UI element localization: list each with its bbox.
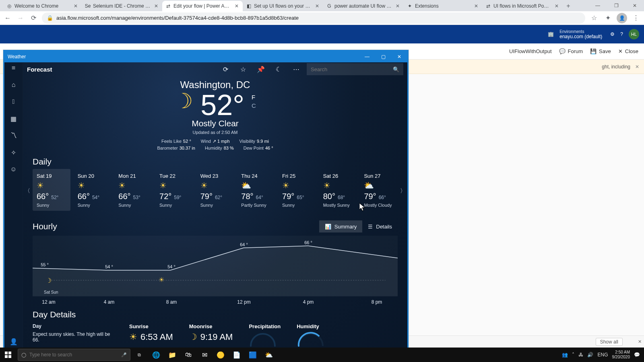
history-chart-icon[interactable]: 〽: [10, 132, 18, 140]
unit-f-button[interactable]: F: [252, 94, 256, 101]
help-icon[interactable]: ?: [620, 31, 623, 37]
browser-tab[interactable]: ⇄UI flows in Microsoft Power Auto✕: [482, 1, 563, 11]
daily-forecast-card[interactable]: Wed 23☀79°62°Sunny: [196, 169, 234, 211]
more-ellipsis-icon[interactable]: ⋯: [289, 63, 303, 76]
tab-close-icon[interactable]: ✕: [314, 3, 320, 9]
tab-title: Welcome to Chrome: [14, 3, 70, 9]
news-smiley-icon[interactable]: ☺: [10, 165, 18, 173]
chrome-menu-icon[interactable]: ⋮: [631, 13, 641, 23]
lang-indicator[interactable]: ENG: [597, 352, 608, 358]
taskbar-chrome-icon[interactable]: 🟡: [213, 348, 229, 362]
tab-close-icon[interactable]: ✕: [554, 3, 559, 9]
close-flow-button[interactable]: ✕Close: [618, 48, 638, 54]
people-icon[interactable]: 👥: [562, 352, 568, 358]
flow-name[interactable]: UIFlowWithOutput: [509, 48, 551, 54]
back-button[interactable]: ←: [3, 14, 12, 23]
tab-close-icon[interactable]: ✕: [153, 3, 159, 9]
weather-minimize-button[interactable]: —: [359, 51, 375, 62]
daily-forecast-card[interactable]: Fri 25☀79°65°Sunny: [278, 169, 316, 211]
action-center-icon[interactable]: 💬: [634, 352, 640, 358]
window-close-button[interactable]: ✕: [625, 0, 644, 11]
taskbar-explorer-icon[interactable]: 📁: [164, 348, 180, 362]
mic-icon[interactable]: 🎤: [121, 352, 127, 358]
daily-forecast-card[interactable]: Sun 27⛅79°66°Mostly Cloudy: [360, 169, 398, 211]
favorite-star-icon[interactable]: ☆: [236, 63, 250, 76]
taskbar-store-icon[interactable]: 🛍: [180, 348, 196, 362]
tray-chevron-up-icon[interactable]: ˄: [572, 352, 574, 358]
forecast-icon: ☀: [78, 181, 107, 190]
hamburger-icon[interactable]: ≡: [10, 64, 18, 72]
volume-icon[interactable]: 🔊: [587, 352, 593, 358]
user-avatar[interactable]: HL: [629, 29, 639, 39]
daily-forecast-card[interactable]: Mon 21☀66°53°Sunny: [114, 169, 152, 211]
browser-tab[interactable]: ◧Set up UI flows on your device -✕: [243, 1, 323, 11]
taskbar-weather-icon[interactable]: ⛅: [261, 348, 277, 362]
daily-prev-chevron-icon[interactable]: 〈: [25, 187, 30, 195]
daily-forecast-card[interactable]: Tue 22☀72°59°Sunny: [155, 169, 193, 211]
favicon-icon: ✦: [407, 3, 413, 9]
forward-button[interactable]: →: [16, 14, 25, 23]
hourly-chart[interactable]: 55 ° 54 ° 54 ° 64 ° 66 ° ☽ ☀ Sat Sun 12 …: [33, 236, 398, 296]
hourly-summary-button[interactable]: 📊Summary: [319, 220, 363, 232]
account-icon[interactable]: 👤: [10, 337, 18, 346]
daily-next-chevron-icon[interactable]: 〉: [400, 187, 406, 195]
window-maximize-button[interactable]: ❐: [607, 0, 625, 11]
reload-button[interactable]: ⟳: [29, 14, 38, 23]
environments-icon[interactable]: 🏢: [548, 31, 554, 37]
weather-titlebar[interactable]: Weather — ▢ ✕: [4, 51, 407, 62]
taskbar-search-input[interactable]: [29, 352, 118, 358]
home-icon[interactable]: ⌂: [10, 81, 18, 89]
browser-tab[interactable]: Gpower automate UI flow requir✕: [323, 1, 404, 11]
tab-close-icon[interactable]: ✕: [473, 3, 479, 9]
tray-clock[interactable]: 2:50 AM9/20/2020: [612, 350, 630, 360]
downloads-close-icon[interactable]: ✕: [638, 339, 642, 344]
current-metrics: Feels Like52 ° Wind↗ 1 mph Visibility9.9…: [161, 139, 269, 144]
settings-gear-icon[interactable]: ⚙: [610, 31, 615, 37]
x-axis-label: 8 am: [166, 299, 177, 305]
window-minimize-button[interactable]: —: [588, 0, 607, 11]
favorite-places-icon[interactable]: ✧: [10, 148, 18, 156]
unit-c-button[interactable]: C: [252, 102, 256, 109]
taskbar-mail-icon[interactable]: ✉: [196, 348, 213, 362]
tab-close-icon[interactable]: ✕: [395, 3, 400, 9]
taskbar-edge-icon[interactable]: 🌐: [148, 348, 164, 362]
browser-tabstrip: ◎Welcome to Chrome✕SeSelenium IDE - Chro…: [0, 0, 644, 11]
refresh-icon[interactable]: ⟳: [218, 63, 233, 76]
start-button[interactable]: [0, 352, 16, 358]
search-icon[interactable]: 🔍: [393, 66, 399, 72]
hourly-details-button[interactable]: ☰Details: [362, 220, 398, 232]
moon-phase-icon[interactable]: ☾: [271, 63, 286, 76]
tab-close-icon[interactable]: ✕: [73, 3, 78, 9]
weather-maximize-button[interactable]: ▢: [375, 51, 391, 62]
environment-picker[interactable]: Environments enayu.com (default): [559, 29, 602, 39]
pin-icon[interactable]: 📌: [254, 63, 268, 76]
weather-close-button[interactable]: ✕: [391, 51, 407, 62]
browser-tab[interactable]: SeSelenium IDE - Chrome Web Sto✕: [82, 1, 162, 11]
browser-tab[interactable]: ⇄Edit your flow | Power Automate✕: [162, 1, 243, 11]
network-icon[interactable]: 🖧: [578, 352, 583, 358]
new-tab-button[interactable]: +: [563, 1, 574, 11]
daily-forecast-card[interactable]: Sat 19☀66°52°Sunny: [33, 169, 70, 211]
forum-button[interactable]: 💬Forum: [559, 48, 583, 54]
taskbar-search[interactable]: ◯ 🎤: [18, 349, 130, 361]
daily-forecast-card[interactable]: Sun 20☀66°54°Sunny: [74, 169, 111, 211]
daily-forecast-card[interactable]: Thu 24⛅78°64°Partly Sunny: [237, 169, 275, 211]
tab-close-icon[interactable]: ✕: [234, 3, 239, 9]
browser-tab[interactable]: ✦Extensions✕: [404, 1, 482, 11]
maps-icon[interactable]: ▦: [10, 115, 18, 123]
taskbar-app-icon[interactable]: 🟦: [245, 348, 261, 362]
browser-tab[interactable]: ◎Welcome to Chrome✕: [3, 1, 82, 11]
save-button[interactable]: 💾Save: [590, 48, 611, 54]
bookmark-star-icon[interactable]: ☆: [589, 13, 599, 23]
profile-avatar[interactable]: 👤: [617, 13, 627, 23]
daily-forecast-card[interactable]: Sat 26☀80°68°Mostly Sunny: [319, 169, 357, 211]
task-view-button[interactable]: ⧉: [132, 352, 147, 358]
taskbar-notepad-icon[interactable]: 📄: [229, 348, 245, 362]
hurricane-icon[interactable]: 𖦹: [10, 98, 18, 106]
weather-search[interactable]: 🔍: [307, 63, 403, 75]
extensions-icon[interactable]: ✦: [603, 13, 613, 23]
address-bar[interactable]: 🔒 asia.flow.microsoft.com/manage/environ…: [42, 12, 585, 24]
banner-close-icon[interactable]: ✕: [635, 64, 639, 70]
show-all-downloads-button[interactable]: Show all: [596, 338, 623, 346]
search-input[interactable]: [311, 66, 393, 72]
